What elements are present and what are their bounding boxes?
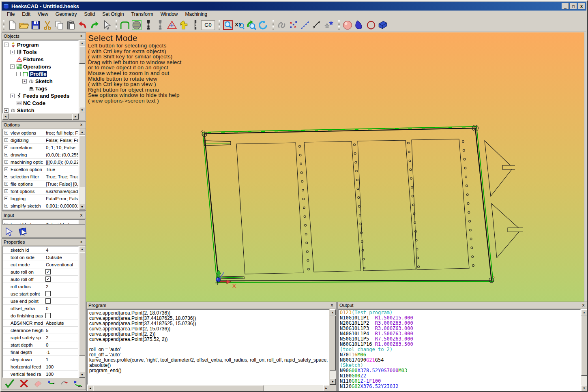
- scroll-thumb[interactable]: [79, 47, 85, 64]
- tree-row-feeds-and-speeds[interactable]: +Feeds and Speeds: [3, 92, 78, 99]
- options-vscrollbar[interactable]: ▲ ▼: [79, 129, 85, 210]
- toolbar-new-file-button[interactable]: [6, 19, 18, 31]
- output-panel-close-icon[interactable]: x: [581, 303, 586, 308]
- program-vscrollbar[interactable]: ▲ ▼: [330, 309, 336, 385]
- properties-vscrollbar[interactable]: ▲ ▼: [79, 246, 85, 378]
- option-row-digitizing[interactable]: +digitizingFalse; False; False: [3, 137, 78, 144]
- select-mode-button[interactable]: [4, 227, 14, 239]
- option-row-file-options[interactable]: +file options[True; False] [0,1]: [3, 180, 78, 188]
- input-panel-close-icon[interactable]: x: [79, 213, 84, 218]
- toolbar-redraw-button[interactable]: [257, 19, 269, 31]
- close-button[interactable]: x: [578, 3, 585, 9]
- toolbar-wedge-block-button[interactable]: [377, 19, 388, 31]
- scroll-right-icon[interactable]: ►: [323, 385, 329, 391]
- expand-icon[interactable]: +: [3, 182, 9, 186]
- menu-item-edit[interactable]: Edit: [18, 11, 34, 18]
- eraser-button[interactable]: [33, 379, 43, 390]
- toolbar-gripper[interactable]: [219, 20, 220, 30]
- property-row-roll-radius[interactable]: roll radius2: [3, 283, 78, 290]
- expand-icon[interactable]: +: [3, 131, 9, 135]
- scroll-thumb[interactable]: [330, 316, 336, 371]
- toolbar-redo-button[interactable]: [88, 19, 100, 31]
- tree-row-sketch[interactable]: +Sketch: [3, 77, 78, 85]
- toolbar-drill-light-button[interactable]: [154, 19, 166, 31]
- property-row-step-down[interactable]: step down1: [3, 356, 78, 363]
- toolbar-digitize-points-button[interactable]: [288, 19, 299, 31]
- menu-item-window[interactable]: Window: [157, 11, 182, 18]
- option-row-logging[interactable]: +loggingFatalError; False;: [3, 195, 78, 202]
- tree-row-profile[interactable]: -Profile: [3, 70, 78, 77]
- tree-row-tags[interactable]: Tags: [3, 85, 78, 92]
- program-hscrollbar[interactable]: ◄ ►: [87, 385, 329, 391]
- cancel-cross-button[interactable]: [19, 378, 29, 390]
- tree-row-operations[interactable]: -Operations: [3, 63, 78, 70]
- property-row-final-depth[interactable]: final depth-1: [3, 349, 78, 356]
- toolbar-polyline-dots-button[interactable]: [299, 19, 311, 31]
- property-row-auto-roll-on[interactable]: auto roll on✓: [3, 268, 78, 276]
- expand-icon[interactable]: +: [4, 108, 9, 113]
- toolbar-solid-sphere-button[interactable]: [131, 19, 142, 31]
- cad-viewport[interactable]: X Select Mode Left button for selecting …: [86, 32, 584, 302]
- scroll-down-icon[interactable]: ▼: [79, 107, 85, 113]
- toolbar-torus-ring-button[interactable]: [365, 19, 377, 31]
- objects-hscrollbar[interactable]: ◄ ►: [2, 114, 79, 120]
- checkbox-unchecked-icon[interactable]: [45, 313, 51, 318]
- scroll-thumb[interactable]: [79, 253, 85, 356]
- toolbar-zoom-extents-button[interactable]: [222, 19, 234, 31]
- scroll-up-icon[interactable]: ▲: [79, 246, 85, 252]
- toolbar-hand-pause-button[interactable]: [178, 19, 189, 31]
- objects-vscrollbar[interactable]: ▲ ▼: [79, 40, 85, 113]
- toolbar-sphere-pink-button[interactable]: [341, 19, 353, 31]
- expand-icon[interactable]: +: [3, 146, 9, 149]
- options-panel-close-icon[interactable]: x: [79, 122, 84, 128]
- objects-panel-close-icon[interactable]: x: [79, 34, 84, 39]
- toolbar-save-button[interactable]: [30, 19, 41, 31]
- scroll-thumb[interactable]: [79, 135, 85, 187]
- option-row-selection-filter[interactable]: +selection filterTrue; True; True;: [3, 173, 78, 180]
- output-vscrollbar[interactable]: ▲ ▼: [581, 309, 587, 391]
- checkbox-checked-icon[interactable]: ✓: [45, 276, 51, 282]
- expand-icon[interactable]: +: [3, 204, 9, 208]
- tree-row-fixtures[interactable]: Fixtures: [3, 56, 78, 63]
- menu-item-machining[interactable]: Machining: [181, 11, 211, 18]
- expand-icon[interactable]: +: [3, 138, 9, 142]
- toolbar-star-wand-button[interactable]: [323, 19, 335, 31]
- toolbar-profile-operation-button[interactable]: [119, 19, 131, 31]
- scroll-down-icon[interactable]: ▼: [581, 385, 587, 391]
- scroll-thumb[interactable]: [9, 114, 72, 120]
- toolbar-cut-button[interactable]: [41, 19, 53, 31]
- toolbar-copy-button[interactable]: [53, 19, 65, 31]
- property-row-offset-extra[interactable]: offset_extra0: [3, 305, 78, 312]
- apply-check-button[interactable]: [4, 378, 15, 390]
- toolbar-gripper[interactable]: [3, 20, 4, 30]
- menu-item-view[interactable]: View: [34, 11, 52, 18]
- scroll-down-icon[interactable]: ▼: [79, 372, 85, 378]
- collapse-icon[interactable]: -: [4, 43, 9, 47]
- toolbar-zoom-rotate-button[interactable]: [245, 19, 257, 31]
- scroll-up-icon[interactable]: ▲: [330, 309, 336, 315]
- toolbar-drill-dark-button[interactable]: [142, 19, 154, 31]
- toolbar-zoom-xy-button[interactable]: XY: [234, 19, 245, 31]
- collapse-icon[interactable]: -: [10, 64, 15, 69]
- toolbar-paste-button[interactable]: [65, 19, 77, 31]
- program-panel-close-icon[interactable]: x: [329, 303, 335, 308]
- expand-icon[interactable]: +: [3, 160, 9, 164]
- option-row-drawing[interactable]: +drawing(0,0,0); (0,0,255): [3, 151, 78, 159]
- toolbar-sketch-curve-button[interactable]: [276, 19, 288, 31]
- expand-icon[interactable]: +: [22, 79, 27, 84]
- property-row-sketch-id[interactable]: sketch id4: [3, 246, 78, 254]
- property-row-tool-on-side[interactable]: tool on sideOutside: [3, 254, 78, 261]
- property-row-cut-mode[interactable]: cut modeConventional: [3, 261, 78, 268]
- menu-item-geometry[interactable]: Geometry: [52, 11, 81, 18]
- collapse-icon[interactable]: -: [16, 72, 21, 76]
- option-row-simplify-sketch[interactable]: +simplify sketch0,001; 0,000001;: [3, 202, 78, 210]
- toolbar-dimension-arrow-button[interactable]: [311, 19, 323, 31]
- toolbar-fixture-triangle-button[interactable]: [166, 19, 178, 31]
- expand-icon[interactable]: +: [10, 94, 15, 98]
- tree-row-program[interactable]: -Program: [3, 41, 78, 48]
- option-row-font-options[interactable]: +font options/usr/share/qcad/fc: [3, 188, 78, 195]
- maximize-button[interactable]: □: [570, 3, 577, 9]
- checkbox-checked-icon[interactable]: ✓: [45, 269, 51, 274]
- scroll-up-icon[interactable]: ▲: [581, 309, 587, 315]
- menu-item-set-origin[interactable]: Set Origin: [99, 11, 127, 18]
